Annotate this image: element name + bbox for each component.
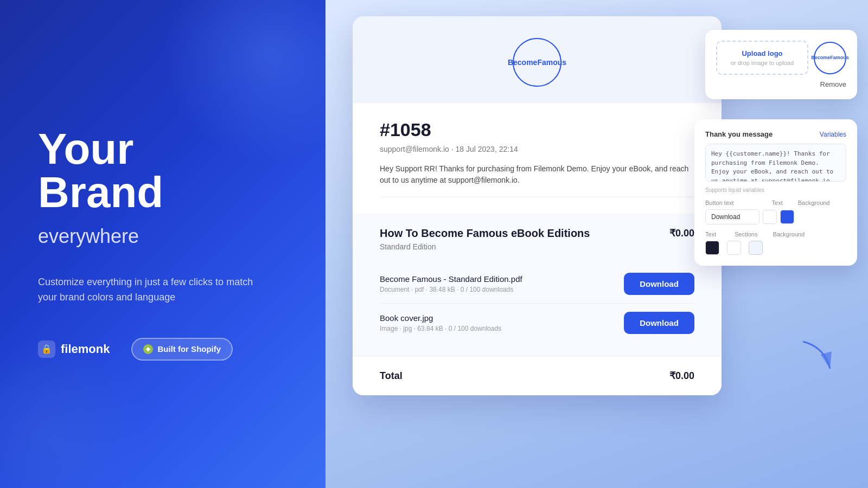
brand-circle: Become Famous	[513, 38, 561, 87]
thank-you-textarea[interactable]: Hey {{customer.name}}! Thanks for purcha…	[705, 144, 846, 182]
total-amount: ₹0.00	[669, 370, 694, 382]
upload-card: Upload logo or drop image to upload Beco…	[705, 30, 857, 99]
color-labels-row: Text Sections Background	[705, 231, 846, 237]
supports-liquid: Supports liquid variables	[705, 187, 846, 193]
customize-card: Thank you message Variables Hey {{custom…	[694, 119, 857, 266]
main-card: Become Famous #1058 support@filemonk.io …	[353, 16, 722, 395]
product-title: How To Become Famous eBook Editions	[380, 227, 590, 240]
card-header: Become Famous	[353, 16, 722, 103]
customize-title: Thank you message	[705, 130, 773, 138]
product-price: ₹0.00	[669, 227, 694, 239]
file-row-2: Book cover.jpg Image · jpg · 63.84 kB · …	[380, 304, 694, 342]
total-section: Total ₹0.00	[353, 356, 722, 395]
button-text-input[interactable]	[705, 209, 760, 224]
bottom-row: 🔒 filemonk ◆ Built for Shopify	[38, 338, 288, 361]
order-message: Hey Support RR! Thanks for purchasing fr…	[380, 163, 694, 197]
customize-card-header: Thank you message Variables	[705, 130, 846, 138]
shopify-badge-label: Built for Shopify	[157, 344, 221, 354]
arrow-decoration	[797, 336, 841, 380]
card-body: #1058 support@filemonk.io · 18 Jul 2023,…	[353, 103, 722, 214]
upload-sub: or drop image to upload	[725, 60, 800, 66]
file-info-2: Book cover.jpg Image · jpg · 63.84 kB · …	[380, 313, 501, 332]
hero-title: Your Brand	[38, 127, 288, 214]
brand-name: filemonk	[61, 342, 110, 356]
text-color-swatch-2[interactable]	[705, 241, 719, 255]
file-name-1: Become Famous - Standard Edition.pdf	[380, 274, 522, 284]
button-text-label: Button text	[705, 200, 734, 206]
color-text-label: Text	[705, 231, 716, 237]
btn-text-row	[705, 209, 846, 224]
file-meta-1: Document · pdf · 38.48 kB · 0 / 100 down…	[380, 286, 522, 293]
left-panel: Your Brand everywhere Customize everythi…	[0, 0, 326, 488]
total-label: Total	[380, 370, 403, 382]
order-meta: support@filemonk.io · 18 Jul 2023, 22:14	[380, 145, 694, 153]
hero-description: Customize everything in just a few click…	[38, 275, 266, 305]
color-section-row	[705, 241, 846, 255]
brand-preview-circle: Become Famous	[814, 42, 846, 74]
upload-zone[interactable]: Upload logo or drop image to upload	[716, 41, 808, 75]
btn-labels-row: Button text Text Background	[705, 200, 846, 206]
file-name-2: Book cover.jpg	[380, 313, 501, 323]
order-number: #1058	[380, 119, 694, 140]
file-row: Become Famous - Standard Edition.pdf Doc…	[380, 265, 694, 304]
hero-subtitle: everywhere	[38, 225, 288, 248]
right-panel: Become Famous #1058 support@filemonk.io …	[326, 0, 868, 488]
text-label: Text	[772, 200, 783, 206]
remove-button[interactable]: Remove	[716, 80, 846, 88]
background-label: Background	[798, 200, 830, 206]
download-button-2[interactable]: Download	[624, 312, 694, 334]
sections-label: Sections	[735, 231, 757, 237]
bg-color-swatch-2[interactable]	[749, 241, 763, 255]
background-color-swatch[interactable]	[780, 210, 794, 224]
shopify-icon: ◆	[143, 344, 153, 354]
filemonk-icon: 🔒	[38, 341, 55, 358]
upload-card-inner: Upload logo or drop image to upload Beco…	[716, 41, 846, 75]
files-section: How To Become Famous eBook Editions Stan…	[353, 214, 722, 356]
file-info-1: Become Famous - Standard Edition.pdf Doc…	[380, 274, 522, 293]
product-edition: Standard Edition	[380, 242, 590, 251]
text-color-swatch[interactable]	[763, 210, 777, 224]
upload-title: Upload logo	[725, 49, 800, 57]
file-meta-2: Image · jpg · 63.84 kB · 0 / 100 downloa…	[380, 325, 501, 332]
download-button-1[interactable]: Download	[624, 273, 694, 295]
sections-color-swatch[interactable]	[727, 241, 741, 255]
shopify-badge[interactable]: ◆ Built for Shopify	[131, 338, 233, 361]
bg-label: Background	[773, 231, 805, 237]
brand-logo: 🔒 filemonk	[38, 341, 110, 358]
variables-link[interactable]: Variables	[820, 131, 846, 138]
